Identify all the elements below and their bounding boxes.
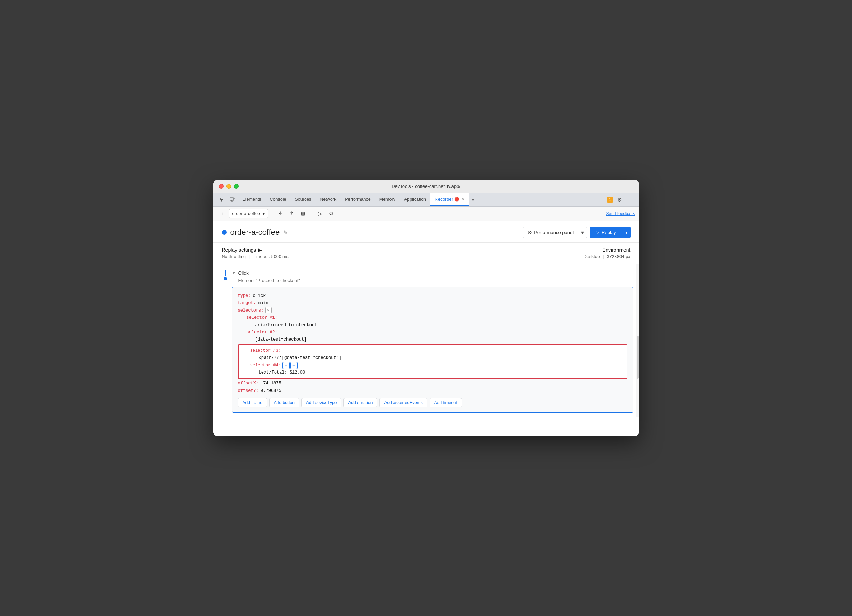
step-title-row: ▼ Click ⋮ [232,268,633,277]
add-timeout-button[interactable]: Add timeout [430,398,462,407]
perf-panel-icon: ⊙ [527,229,532,235]
recording-name-heading: order-a-coffee [230,228,280,237]
new-recording-button[interactable]: + [218,209,227,218]
code-selector2-val: [data-test=checkout] [255,336,307,343]
tab-network[interactable]: Network [316,193,341,206]
code-selectors-line: selectors: ↖ [238,307,627,314]
delete-button[interactable] [299,209,308,218]
svg-rect-0 [230,197,234,200]
selector-add-button[interactable]: + [282,362,290,369]
settings-left: Replay settings ▶ No throttling | Timeou… [222,247,289,259]
recording-name-label: order-a-coffee [232,211,260,216]
scrollbar-thumb[interactable] [637,336,639,379]
add-duration-button[interactable]: Add duration [343,398,377,407]
step-line [225,270,226,276]
step-subtitle: Element "Proceed to checkout" [232,278,633,283]
device-icon[interactable] [227,193,238,206]
code-offsetX-key: offsetX: [238,380,259,387]
devtools-window: DevTools - coffee-cart.netlify.app/ Elem… [213,180,639,436]
performance-panel-dropdown[interactable]: ▾ [578,227,587,238]
step-collapse-icon[interactable]: ▼ [232,270,236,276]
code-selector2-line: selector #2: [238,329,627,336]
code-selector2-key: selector #2: [246,329,277,336]
replay-play-icon: ▷ [596,230,599,235]
tab-recorder[interactable]: Recorder 🔴 × [430,193,469,206]
code-selector1-line: selector #1: [238,314,627,321]
code-offsetY-val: 9.796875 [261,387,281,395]
code-type-line: type: click [238,292,627,300]
tab-memory[interactable]: Memory [375,193,400,206]
replay-main-button[interactable]: ▷ Replay [590,227,622,238]
recording-header: order-a-coffee ✎ ⊙ Performance panel ▾ ▷… [213,221,639,243]
add-devicetype-button[interactable]: Add deviceType [301,398,341,407]
export-button[interactable] [276,209,285,218]
code-selector1-key: selector #1: [246,314,277,321]
tab-performance[interactable]: Performance [341,193,375,206]
add-frame-button[interactable]: Add frame [238,398,267,407]
toolbar-divider-2 [311,210,312,217]
environment-info: Desktop | 372×804 px [583,254,631,259]
scrollbar-track [636,264,639,417]
edit-recording-name-icon[interactable]: ✎ [283,229,288,236]
more-tabs-button[interactable]: » [469,193,477,206]
window-title: DevTools - coffee-cart.netlify.app/ [391,184,461,189]
devtools-tab-bar: Elements Console Sources Network Perform… [213,193,639,206]
replay-recording-button[interactable]: ↺ [327,209,336,218]
code-selector1-val: aria/Proceed to checkout [255,322,317,329]
code-selectors-key: selectors: [238,307,264,314]
env-divider: | [603,254,604,259]
close-button[interactable] [219,184,224,188]
recording-selector[interactable]: order-a-coffee ▾ [229,209,268,218]
more-options-icon[interactable]: ⋮ [626,195,636,205]
step-type-label: Click [238,270,248,276]
step-indicator [222,270,229,281]
code-selector3-val-line: xpath///*[@data-test="checkout"] [242,354,624,361]
code-selector3-line: selector #3: [242,347,624,354]
play-recording-button[interactable]: ▷ [316,209,325,218]
code-offsetX-val: 174.1875 [261,380,281,387]
step-row: ▼ Click ⋮ Element "Proceed to checkout" … [213,267,639,414]
perf-panel-label: Performance panel [534,230,574,235]
code-selector4-val: text/Total: $12.00 [259,369,305,376]
recording-status-dot [222,230,227,235]
import-button[interactable] [287,209,296,218]
selector-remove-button[interactable]: − [290,362,298,369]
add-button-button[interactable]: Add button [269,398,299,407]
code-selector1-val-line: aria/Proceed to checkout [238,322,627,329]
minimize-button[interactable] [227,184,231,188]
add-assertedevents-button[interactable]: Add assertedEvents [379,398,427,407]
timeout-value: Timeout: 5000 ms [253,254,289,259]
tab-application[interactable]: Application [400,193,430,206]
replay-dropdown-button[interactable]: ▾ [622,227,631,238]
step-action-buttons: Add frame Add button Add deviceType Add … [238,398,627,407]
performance-panel-button: ⊙ Performance panel ▾ [523,227,587,238]
replay-button-group: ▷ Replay ▾ [590,227,630,238]
tab-elements[interactable]: Elements [238,193,266,206]
chevron-down-icon: ▾ [262,211,265,216]
cursor-icon[interactable] [216,193,227,206]
tab-sources[interactable]: Sources [290,193,316,206]
steps-content-wrapper: ▼ Click ⋮ Element "Proceed to checkout" … [213,264,639,417]
code-type-val: click [253,292,266,300]
settings-section: Replay settings ▶ No throttling | Timeou… [213,243,639,264]
tab-console[interactable]: Console [266,193,291,206]
step-more-button[interactable]: ⋮ [623,268,633,277]
settings-icon[interactable]: ⚙ [615,195,625,205]
code-offsetY-line: offsetY: 9.796875 [238,387,627,395]
settings-arrow-icon: ▶ [258,247,262,253]
code-type-key: type: [238,292,251,300]
settings-right: Environment Desktop | 372×804 px [583,247,631,259]
send-feedback-link[interactable]: Send feedback [606,211,634,216]
throttling-value: No throttling [222,254,246,259]
selector-highlight-box: selector #3: xpath///*[@data-test="check… [238,344,627,380]
main-content: order-a-coffee ✎ ⊙ Performance panel ▾ ▷… [213,221,639,436]
fullscreen-button[interactable] [234,184,239,188]
code-selector4-val-line: text/Total: $12.00 [242,369,624,376]
performance-panel-main[interactable]: ⊙ Performance panel [523,227,578,238]
tabs-right-controls: 1 ⚙ ⋮ [607,193,636,206]
replay-label: Replay [601,230,616,235]
environment-value: Desktop [583,254,600,259]
environment-title: Environment [583,247,631,253]
replay-settings-title[interactable]: Replay settings ▶ [222,247,289,253]
toolbar-divider-1 [272,210,272,217]
